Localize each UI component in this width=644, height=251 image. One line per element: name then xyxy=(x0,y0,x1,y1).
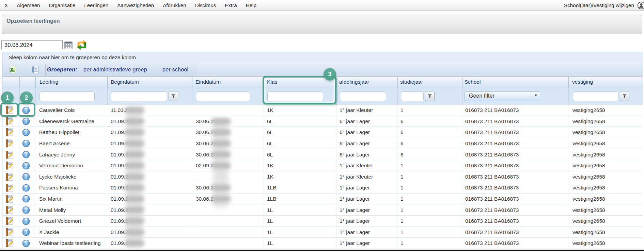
svg-text:W: W xyxy=(34,67,37,69)
